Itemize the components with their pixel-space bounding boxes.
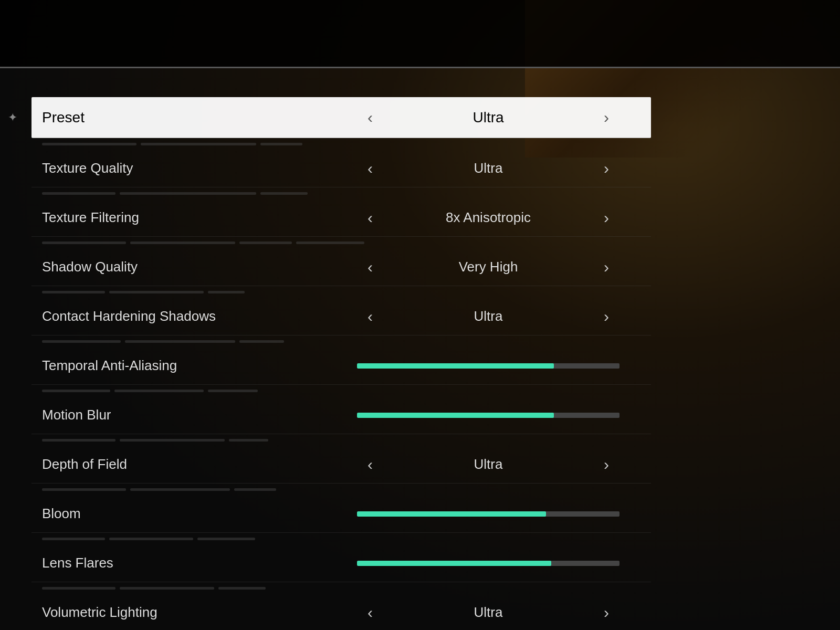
setting-row-shadow-quality: Shadow Quality‹Very High› [32,248,651,286]
deco-sub-row [32,434,651,446]
arrow-control-preset: ‹Ultra› [357,109,620,127]
deco-bar [42,439,116,442]
control-texture-quality[interactable]: ‹Ultra› [357,160,651,177]
deco-bar [141,143,256,145]
deco-sub-row [32,187,651,199]
deco-bar [125,340,235,343]
value-preset: Ultra [383,109,593,126]
deco-bar [239,340,284,343]
value-texture-filtering: 8x Anisotropic [383,209,593,226]
deco-bar [120,192,256,195]
arrow-right-texture-filtering[interactable]: › [593,209,620,227]
deco-bar [239,242,292,244]
deco-sub-row [32,484,651,495]
label-preset: Preset [32,109,357,126]
label-texture-filtering: Texture Filtering [32,209,357,226]
arrow-left-texture-filtering[interactable]: ‹ [357,209,383,227]
arrow-right-preset[interactable]: › [593,109,620,127]
label-texture-quality: Texture Quality [32,160,357,176]
setting-bloom: Bloom [32,495,651,544]
deco-bar [42,340,121,343]
slider-track-temporal-anti-aliasing [357,363,620,369]
setting-temporal-anti-aliasing: Temporal Anti-Aliasing [32,347,651,396]
setting-row-motion-blur: Motion Blur [32,396,651,434]
deco-sub-row [32,385,651,396]
deco-bar [109,538,193,540]
label-temporal-anti-aliasing: Temporal Anti-Aliasing [32,358,357,374]
settings-panel: ✦Preset‹Ultra›Texture Quality‹Ultra›Text… [32,97,651,630]
arrow-right-contact-hardening-shadows[interactable]: › [593,308,620,326]
control-shadow-quality[interactable]: ‹Very High› [357,258,651,276]
deco-bar [42,488,126,491]
setting-row-temporal-anti-aliasing: Temporal Anti-Aliasing [32,347,651,385]
slider-track-bloom [357,511,620,517]
deco-bar [120,439,225,442]
setting-row-volumetric-lighting: Volumetric Lighting‹Ultra› [32,594,651,630]
arrow-left-volumetric-lighting[interactable]: ‹ [357,604,383,622]
setting-lens-flares: Lens Flares [32,544,651,594]
arrow-left-depth-of-field[interactable]: ‹ [357,456,383,474]
content-area: ✦Preset‹Ultra›Texture Quality‹Ultra›Text… [0,81,840,630]
deco-bar [260,143,302,145]
slider-track-motion-blur [357,413,620,418]
arrow-control-texture-filtering: ‹8x Anisotropic› [357,209,620,227]
control-contact-hardening-shadows[interactable]: ‹Ultra› [357,308,651,326]
control-bloom[interactable] [357,510,651,518]
arrow-left-contact-hardening-shadows[interactable]: ‹ [357,308,383,326]
label-motion-blur: Motion Blur [32,407,357,423]
deco-bar [114,390,204,392]
deco-bar [208,390,258,392]
deco-sub-row [32,533,651,544]
value-depth-of-field: Ultra [383,456,593,472]
deco-bar [296,242,364,244]
arrow-control-depth-of-field: ‹Ultra› [357,456,620,474]
arrow-right-volumetric-lighting[interactable]: › [593,604,620,622]
arrow-left-texture-quality[interactable]: ‹ [357,160,383,177]
control-lens-flares[interactable] [357,559,651,568]
label-lens-flares: Lens Flares [32,555,357,571]
control-texture-filtering[interactable]: ‹8x Anisotropic› [357,209,651,227]
slider-lens-flares[interactable] [357,559,620,568]
deco-sub-row [32,335,651,347]
arrow-control-contact-hardening-shadows: ‹Ultra› [357,308,620,326]
deco-bar [234,488,276,491]
slider-bloom[interactable] [357,510,620,518]
label-contact-hardening-shadows: Contact Hardening Shadows [32,308,357,324]
control-temporal-anti-aliasing[interactable] [357,362,651,370]
setting-row-preset: ✦Preset‹Ultra› [32,97,651,138]
value-contact-hardening-shadows: Ultra [383,308,593,324]
value-texture-quality: Ultra [383,160,593,176]
arrow-left-preset[interactable]: ‹ [357,109,383,127]
value-shadow-quality: Very High [383,259,593,275]
control-motion-blur[interactable] [357,411,651,419]
deco-bar [197,538,255,540]
slider-motion-blur[interactable] [357,411,620,419]
deco-bar [42,143,136,145]
setting-row-contact-hardening-shadows: Contact Hardening Shadows‹Ultra› [32,298,651,335]
control-preset[interactable]: ‹Ultra› [357,109,651,127]
arrow-left-shadow-quality[interactable]: ‹ [357,258,383,276]
deco-bar [42,538,105,540]
label-shadow-quality: Shadow Quality [32,259,357,275]
deco-sub-row [32,582,651,594]
settings-icon: ✦ [8,111,17,124]
setting-texture-quality: Texture Quality‹Ultra› [32,150,651,199]
slider-temporal-anti-aliasing[interactable] [357,362,620,370]
setting-row-texture-quality: Texture Quality‹Ultra› [32,150,651,187]
control-depth-of-field[interactable]: ‹Ultra› [357,456,651,474]
deco-bar [42,587,116,590]
deco-bar [130,242,235,244]
setting-contact-hardening-shadows: Contact Hardening Shadows‹Ultra› [32,298,651,347]
deco-bar [109,291,204,293]
arrow-right-texture-quality[interactable]: › [593,160,620,177]
deco-bar [120,587,214,590]
setting-row-bloom: Bloom [32,495,651,533]
deco-sub-row [32,286,651,298]
deco-bar [42,242,126,244]
control-volumetric-lighting[interactable]: ‹Ultra› [357,604,651,622]
arrow-right-shadow-quality[interactable]: › [593,258,620,276]
arrow-right-depth-of-field[interactable]: › [593,456,620,474]
label-volumetric-lighting: Volumetric Lighting [32,604,357,621]
deco-sub-row [32,237,651,248]
setting-row-lens-flares: Lens Flares [32,544,651,582]
